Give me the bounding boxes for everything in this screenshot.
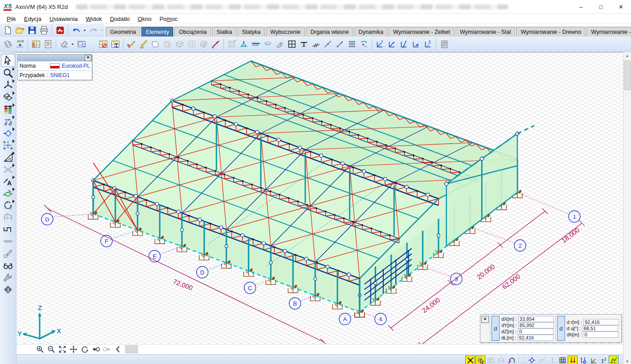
elevation-marker-icon[interactable]: ±0.00 [14, 38, 26, 50]
options-wrench-icon[interactable] [1, 271, 15, 283]
tab-wymiarowanie-żelbet[interactable]: Wymiarowanie - Żelbet [389, 27, 455, 37]
numbering-display-icon[interactable]: 12 [598, 356, 608, 364]
perpendicular-snap-icon[interactable] [527, 356, 537, 364]
info-box-titlebar[interactable]: ✕ [18, 55, 92, 61]
coord-value-field[interactable]: 0 [518, 328, 553, 335]
reference-plane-icon[interactable] [410, 38, 422, 50]
tab-siatka[interactable]: Siatka [212, 27, 237, 37]
dimension-lines-icon[interactable] [1, 139, 15, 151]
domain-mesh-icon[interactable] [185, 38, 197, 50]
scroll-up-icon[interactable]: ▲ [623, 52, 631, 60]
model-viewport[interactable]: 72,00024,00020,00018,00062,000GFEDCBA432… [16, 53, 623, 344]
display-options-icon[interactable] [1, 259, 15, 271]
vertical-scrollbar-thumb[interactable] [624, 61, 631, 90]
tab-wymiarowanie-mur[interactable]: Wymiarowanie - Mur [586, 27, 631, 37]
materials-table-icon[interactable] [97, 38, 109, 50]
geometry-tools-icon[interactable] [1, 151, 15, 163]
draw-node-icon[interactable] [125, 38, 137, 50]
info-box-close-icon[interactable]: ✕ [85, 55, 91, 61]
cross-section-table-icon[interactable] [109, 38, 121, 50]
dropdown-icon[interactable] [99, 24, 105, 36]
menu-edycja[interactable]: Edycja [20, 15, 45, 23]
tab-drgania-własne[interactable]: Drgania własne [306, 27, 353, 37]
pan-icon[interactable] [68, 345, 79, 354]
coord-value-field[interactable]: 33,854 [518, 316, 554, 322]
load-case-value[interactable]: SNIEG1 [50, 72, 70, 78]
views-icon[interactable] [1, 79, 15, 91]
tab-elementy[interactable]: Elementy [141, 27, 173, 37]
color-coding-icon[interactable] [1, 103, 15, 115]
renumber-icon[interactable]: 123 [1, 199, 15, 211]
tab-statyka[interactable]: Statyka [238, 27, 265, 37]
horizontal-scrollbar-thumb[interactable] [125, 345, 138, 353]
close-button[interactable]: ✕ [611, 0, 631, 13]
menu-pomoc[interactable]: Pomoc [156, 15, 181, 23]
coord-value-field[interactable]: 85,992 [518, 322, 554, 328]
tab-wymiarowanie-stal[interactable]: Wymiarowanie - Stal [455, 27, 516, 37]
refresh-brush-icon[interactable] [1, 247, 15, 259]
coord-value-field[interactable]: 92,416 [583, 319, 619, 325]
dof-rotation-icon[interactable] [358, 38, 370, 50]
workplane-view-icon[interactable] [516, 356, 526, 364]
zoom-fit-icon[interactable] [57, 345, 68, 354]
open-folder-icon[interactable] [14, 24, 26, 36]
collapse-arrow-icon[interactable] [112, 345, 123, 354]
layers-icon[interactable] [2, 38, 14, 50]
building-storeys-icon[interactable] [438, 38, 450, 50]
zoom-in-icon[interactable] [34, 345, 45, 354]
rotate-view-icon[interactable] [79, 345, 90, 354]
plumb-snap-icon[interactable] [547, 356, 557, 364]
tab-wyboczenie[interactable]: Wyboczenie [266, 27, 305, 37]
mesh-nodes-icon[interactable] [346, 38, 358, 50]
edge-stamp-icon[interactable] [225, 38, 238, 50]
coord-value-field[interactable]: 92,416 [518, 335, 553, 341]
mesh-toggle-icon[interactable] [557, 356, 567, 364]
tab-wymiarowanie-drewno[interactable]: Wymiarowanie - Drewno [516, 27, 586, 37]
drawing-layout-icon[interactable] [75, 38, 87, 50]
line-support-icon[interactable] [250, 38, 262, 50]
supports-display-icon[interactable] [578, 356, 588, 364]
delete-tool-icon[interactable]: R [1, 163, 15, 175]
model-canvas[interactable]: 72,00024,00020,00018,00062,000GFEDCBA432… [16, 52, 623, 344]
storey-active-icon[interactable] [506, 356, 516, 364]
section-plane-icon[interactable] [1, 187, 15, 199]
spring-element-icon[interactable] [310, 38, 322, 50]
nodal-support-icon[interactable] [238, 38, 250, 50]
menu-widok[interactable]: Widok [82, 15, 106, 23]
workplanes-icon[interactable] [1, 91, 15, 103]
menu-okno[interactable]: Okno [134, 15, 156, 23]
polyline-tool-icon[interactable] [1, 223, 15, 235]
text-labels-icon[interactable]: A [1, 175, 15, 187]
selection-icon[interactable] [1, 54, 15, 67]
local-axes-display-icon[interactable] [588, 356, 598, 364]
tab-dynamika[interactable]: Dynamika [354, 27, 388, 37]
reference-vector-icon[interactable] [386, 38, 398, 50]
vertical-scrollbar[interactable]: ▲ ▼ [623, 52, 631, 364]
dropdown-icon[interactable] [82, 24, 87, 36]
domain-hole-icon[interactable] [161, 38, 173, 50]
undo-icon[interactable] [70, 24, 82, 36]
eraser-icon[interactable] [58, 38, 70, 50]
view-undo-icon[interactable] [90, 345, 101, 354]
table-view-icon[interactable] [486, 356, 496, 364]
scroll-down-icon[interactable]: ▼ [623, 358, 631, 364]
domain-extrude-icon[interactable] [197, 38, 209, 50]
delta-toggle-button[interactable]: d [492, 316, 500, 341]
report-maker-icon[interactable] [42, 38, 54, 50]
ramp-element-icon[interactable] [274, 38, 286, 50]
domain-grid-icon[interactable] [173, 38, 185, 50]
tab-obciążenia[interactable]: Obciążenia [174, 27, 211, 37]
snap-intersection-icon[interactable] [465, 356, 475, 364]
menu-dodatki[interactable]: Dodatki [106, 15, 134, 23]
reference-angle-icon[interactable]: β [422, 38, 434, 50]
menu-plik[interactable]: Plik [3, 15, 20, 23]
tab-geometria[interactable]: Geometria [106, 27, 140, 37]
line-element-icon[interactable] [209, 38, 221, 50]
draw-line-icon[interactable] [137, 38, 149, 50]
link-element-icon[interactable] [334, 38, 346, 50]
maximize-button[interactable]: □ [591, 0, 611, 13]
domain-icon[interactable] [149, 38, 161, 50]
redo-icon[interactable] [87, 24, 99, 36]
zoom-tool-icon[interactable] [1, 67, 15, 79]
minimize-button[interactable]: – [571, 0, 591, 13]
